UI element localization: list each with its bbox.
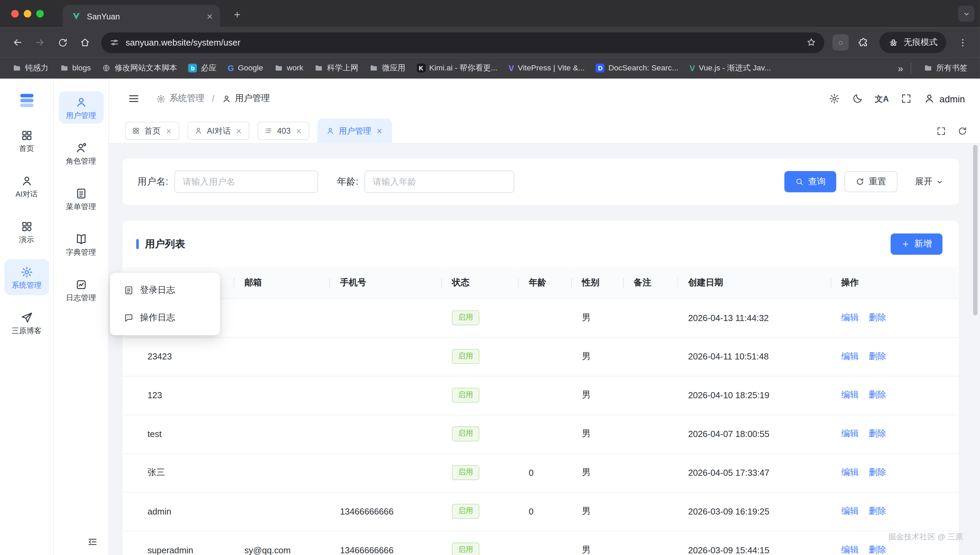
user-menu[interactable]: admin <box>924 93 965 104</box>
browser-menu-button[interactable] <box>951 31 974 54</box>
edit-link[interactable]: 编辑 <box>841 390 858 399</box>
sidebar-item-dict-mgmt[interactable]: 字典管理 <box>58 228 103 260</box>
username-input[interactable] <box>175 170 318 193</box>
edit-link[interactable]: 编辑 <box>841 544 858 554</box>
edit-link[interactable]: 编辑 <box>841 467 858 477</box>
sidebar-item-menu-mgmt[interactable]: 菜单管理 <box>58 182 103 215</box>
expand-toggle[interactable]: 展开 <box>915 176 944 188</box>
delete-link[interactable]: 删除 <box>869 428 886 438</box>
menu-item-operation-log[interactable]: 操作日志 <box>110 304 220 332</box>
reload-button[interactable] <box>51 31 74 54</box>
tab-home[interactable]: 首页 <box>125 122 179 140</box>
close-icon[interactable] <box>165 127 172 135</box>
delete-link[interactable]: 删除 <box>869 390 886 399</box>
new-tab-button[interactable] <box>229 6 245 22</box>
home-button[interactable] <box>74 31 96 54</box>
dark-mode-moon-icon[interactable] <box>852 93 863 104</box>
edit-link[interactable]: 编辑 <box>841 428 858 438</box>
refresh-page-icon[interactable] <box>958 126 967 136</box>
browser-tab[interactable]: SanYuan <box>63 5 220 27</box>
hamburger-menu-icon[interactable] <box>128 93 140 105</box>
add-user-button[interactable]: 新增 <box>890 234 942 255</box>
age-input[interactable] <box>365 170 514 193</box>
bookmark-item[interactable]: DDocSearch: Searc... <box>591 61 684 75</box>
address-bar[interactable]: sanyuan.website/system/user <box>101 32 824 53</box>
translate-icon[interactable]: 文A <box>875 95 889 103</box>
breadcrumb-system[interactable]: 系统管理 <box>156 93 204 104</box>
maximize-window-button[interactable] <box>36 10 44 18</box>
bookmark-item[interactable]: work <box>269 61 308 75</box>
edit-link[interactable]: 编辑 <box>841 351 858 361</box>
tab-user-mgmt[interactable]: 用户管理 <box>318 119 392 143</box>
bookmarks-overflow-chevron[interactable]: » <box>898 63 903 73</box>
sidebar-item-demo[interactable]: 演示 <box>4 213 49 250</box>
tab-403[interactable]: 403 <box>258 122 309 140</box>
role-icon <box>74 141 87 154</box>
bookmark-item[interactable]: VVitePress | Vite &... <box>504 61 590 75</box>
tab-search-button[interactable] <box>958 6 975 22</box>
log-submenu-popup: 登录日志 操作日志 <box>110 273 220 335</box>
delete-link[interactable]: 删除 <box>869 506 886 516</box>
bookmark-item[interactable]: VVue.js - 渐进式 Jav... <box>684 60 776 76</box>
sidebar-item-ai-chat[interactable]: AI对话 <box>4 168 49 204</box>
close-icon[interactable] <box>295 127 302 135</box>
back-button[interactable] <box>6 31 29 54</box>
bookmark-item[interactable]: KKimi.ai - 帮你看更... <box>412 60 502 76</box>
forward-button[interactable] <box>29 31 51 54</box>
bookmark-item[interactable]: b必应 <box>183 60 222 76</box>
close-window-button[interactable] <box>11 10 19 18</box>
minimize-window-button[interactable] <box>24 10 31 18</box>
table-row: admin 13466666666 启用 0 男 2026-03-09 16:1… <box>122 492 959 531</box>
cell-email <box>235 415 330 453</box>
bookmark-item[interactable]: blogs <box>55 61 96 75</box>
page-scrollbar[interactable] <box>973 145 978 315</box>
all-bookmarks-button[interactable]: 所有书签 <box>919 60 972 76</box>
sidebar-item-system[interactable]: 系统管理 <box>4 259 49 295</box>
delete-link[interactable]: 删除 <box>869 467 886 477</box>
cell-username: 23423 <box>122 337 235 376</box>
fullscreen-icon[interactable] <box>901 93 912 104</box>
site-settings-icon[interactable] <box>109 37 119 47</box>
cell-remark <box>624 492 678 531</box>
window-controls <box>0 10 44 18</box>
reset-button[interactable]: 重置 <box>844 171 897 192</box>
site-favicon <box>71 11 81 21</box>
extensions-icon[interactable] <box>852 31 874 54</box>
tab-ai-chat[interactable]: AI对话 <box>188 122 249 140</box>
table-row: 123 启用 男 2026-04-10 18:25:19 编辑删除 <box>122 376 959 415</box>
edit-link[interactable]: 编辑 <box>841 506 858 516</box>
edit-link[interactable]: 编辑 <box>841 312 858 322</box>
close-icon[interactable] <box>376 127 383 135</box>
sidebar-item-log-mgmt[interactable]: 日志管理 <box>58 273 103 306</box>
bookmark-item[interactable]: 科学上网 <box>310 60 363 76</box>
delete-link[interactable]: 删除 <box>869 312 886 322</box>
sidebar-item-user-mgmt[interactable]: 用户管理 <box>58 91 103 124</box>
cell-phone <box>330 453 442 492</box>
cell-email <box>235 337 330 376</box>
bookmark-item[interactable]: GGoogle <box>223 61 268 75</box>
menu-item-login-log[interactable]: 登录日志 <box>110 276 220 304</box>
sidebar-item-blog[interactable]: 三原博客 <box>4 305 49 341</box>
person-icon <box>74 96 87 109</box>
tab-close-icon[interactable] <box>206 12 214 21</box>
query-button[interactable]: 查询 <box>784 171 836 192</box>
close-icon[interactable] <box>235 127 243 135</box>
search-form-card: 用户名: 年龄: 查询 重置 <box>122 159 959 205</box>
maximize-view-icon[interactable] <box>936 126 946 136</box>
settings-gear-icon[interactable] <box>829 93 840 104</box>
chevron-down-icon <box>936 178 944 186</box>
status-badge: 启用 <box>452 311 479 325</box>
gear-icon <box>156 94 166 103</box>
sidebar-item-home[interactable]: 首页 <box>4 122 49 159</box>
bookmark-item[interactable]: 钝感力 <box>8 60 53 76</box>
bookmark-item[interactable]: 修改网站文本脚本 <box>97 60 182 76</box>
delete-link[interactable]: 删除 <box>869 544 886 554</box>
sidebar-item-role-mgmt[interactable]: 角色管理 <box>58 137 103 169</box>
collapse-sidebar-icon[interactable] <box>87 536 98 547</box>
app-logo[interactable] <box>18 79 36 122</box>
delete-link[interactable]: 删除 <box>869 351 886 361</box>
bookmark-star-icon[interactable] <box>806 37 816 47</box>
watermark-text: 掘金技术社区 @ 三原 <box>888 532 963 542</box>
pinned-extension-icon[interactable]: ◌ <box>832 34 849 51</box>
bookmark-item[interactable]: 微应用 <box>365 60 410 76</box>
